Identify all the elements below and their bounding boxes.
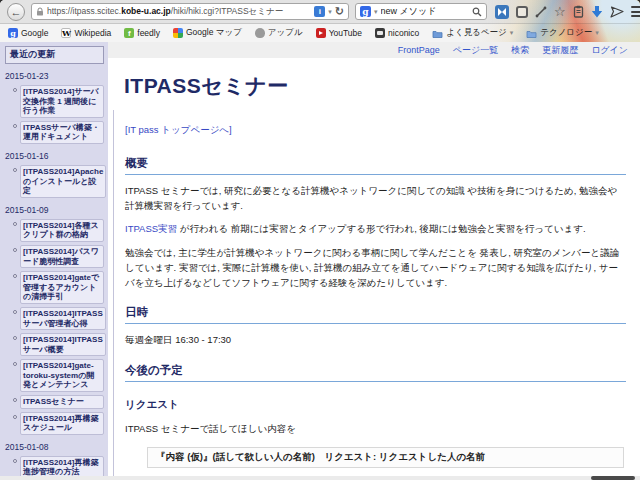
search-bar[interactable]: g ▾ new メソッド xyxy=(355,3,487,20)
site-nav: FrontPage ページ一覧 検索 更新履歴 ログイン xyxy=(108,42,640,58)
bookmark-folder-technology[interactable]: テクノロジー▾ xyxy=(526,27,599,39)
page-body: [IT pass トップページへ] 概要 ITPASS セミナーでは, 研究に必… xyxy=(113,110,626,480)
list-item[interactable]: ITPASSセミナー xyxy=(13,395,104,409)
overview-paragraph-2: ITPASS実習 が行われる 前期には実習とタイアップする形で行われ, 後期には… xyxy=(125,222,626,237)
sidebar-title: 最近の更新 xyxy=(5,46,104,64)
bookmark-folder-frequent[interactable]: よく見るページ▾ xyxy=(432,27,513,39)
bullet-icon xyxy=(13,362,17,366)
bullet-icon xyxy=(13,168,17,172)
search-engine-caret-icon[interactable]: ▾ xyxy=(374,8,378,16)
request-intro: ITPASS セミナーで話してほしい内容を xyxy=(125,422,626,437)
folder-icon xyxy=(432,29,443,38)
sidebar-date: 2015-01-08 xyxy=(5,442,104,452)
bookmark-niconico[interactable]: niconico xyxy=(375,28,419,38)
youtube-favicon xyxy=(316,28,326,38)
section-heading-overview: 概要 xyxy=(125,156,626,175)
browser-window: ← https://itpass.scitec.kobe-u.ac.jp/hik… xyxy=(0,0,640,480)
list-item[interactable]: [ITPASS2014]サーバ交換作業 1 週間後に行う作業 xyxy=(13,85,104,118)
reload-icon[interactable]: ↻ xyxy=(335,5,344,18)
bullet-icon xyxy=(13,310,17,314)
list-item[interactable]: [ITPASS2014]Apache のインストールと設定 xyxy=(13,165,104,198)
compose-icon[interactable] xyxy=(535,6,547,18)
sidebar-date: 2015-01-23 xyxy=(5,71,104,81)
top-page-link[interactable]: [IT pass トップページへ] xyxy=(125,124,232,137)
bookmark-star-icon[interactable]: ☆ xyxy=(554,5,566,18)
folder-caret-icon: ▾ xyxy=(510,29,514,37)
back-button[interactable]: ← xyxy=(7,3,25,21)
browser-chrome: ← https://itpass.scitec.kobe-u.ac.jp/hik… xyxy=(0,0,640,42)
list-item[interactable]: [ITPASS2014]各種スクリプト群の格納 xyxy=(13,219,104,242)
site-nav-history[interactable]: 更新履歴 xyxy=(542,44,578,57)
request-format-box: 『内容 (仮)』(話して欲しい人の名前) リクエスト: リクエストした人の名前 xyxy=(147,447,624,468)
folder-icon xyxy=(526,29,537,38)
main-column: FrontPage ページ一覧 検索 更新履歴 ログイン ITPASSセミナー … xyxy=(108,42,640,480)
apple-favicon xyxy=(255,28,265,38)
site-nav-login[interactable]: ログイン xyxy=(591,44,628,57)
bookmark-wikipedia[interactable]: WWikipedia xyxy=(61,28,111,38)
list-item[interactable]: [ITPASS2014]パスワード脆弱性調査 xyxy=(13,245,104,268)
bookmark-apple[interactable]: アップル xyxy=(255,27,303,39)
url-text: https://itpass.scitec.kobe-u.ac.jp/hiki/… xyxy=(47,6,311,18)
page-action-icon[interactable]: i xyxy=(314,6,325,17)
bookmarks-toolbar: gGoogle WWikipedia ffeedly Google マップ アッ… xyxy=(0,24,640,42)
page-title: ITPASSセミナー xyxy=(124,72,626,100)
url-bar[interactable]: https://itpass.scitec.kobe-u.ac.jp/hiki/… xyxy=(31,3,349,20)
section-heading-datetime: 日時 xyxy=(125,305,626,324)
search-engine-icon[interactable]: g xyxy=(360,6,371,17)
lock-icon xyxy=(36,7,44,16)
page-content: 最近の更新 2015-01-23 [ITPASS2014]サーバ交換作業 1 週… xyxy=(0,42,640,480)
bullet-icon xyxy=(13,274,17,278)
subsection-heading-request: リクエスト xyxy=(125,398,626,412)
menu-icon[interactable] xyxy=(631,6,640,17)
sidebar-date: 2015-01-16 xyxy=(5,151,104,161)
list-item[interactable]: [ITPASS2014]ITPASSサーバ概要 xyxy=(13,333,104,356)
url-dropdown-caret-icon[interactable]: ▾ xyxy=(328,8,332,16)
list-item[interactable]: ITPASSサーバ構築・運用ドキュメント xyxy=(13,121,104,144)
clipboard-icon[interactable] xyxy=(573,5,584,18)
bookmark-google[interactable]: gGoogle xyxy=(8,28,48,38)
list-item[interactable]: [ITPASS2014]ITPASSサーバ管理者心得 xyxy=(13,307,104,330)
downloads-icon[interactable] xyxy=(591,6,603,18)
bullet-icon xyxy=(13,88,17,92)
list-item[interactable]: [ITPASS2014]再構築スケジュール xyxy=(13,412,104,435)
folder-caret-icon: ▾ xyxy=(595,29,599,37)
recent-updates-sidebar: 最近の更新 2015-01-23 [ITPASS2014]サーバ交換作業 1 週… xyxy=(0,42,108,480)
site-nav-page-list[interactable]: ページ一覧 xyxy=(453,44,498,57)
horizontal-scrollbar-track[interactable] xyxy=(0,476,640,480)
datetime-text: 毎週金曜日 16:30 - 17:30 xyxy=(125,333,626,348)
bullet-icon xyxy=(13,248,17,252)
section-heading-schedule: 今後の予定 xyxy=(125,363,626,382)
bookmark-google-maps[interactable]: Google マップ xyxy=(173,27,242,39)
site-nav-frontpage[interactable]: FrontPage xyxy=(398,45,440,55)
google-favicon: g xyxy=(8,28,18,38)
search-query[interactable]: new メソッド xyxy=(381,5,469,18)
bullet-icon xyxy=(13,124,17,128)
send-tab-icon[interactable] xyxy=(610,6,624,18)
feedly-favicon: f xyxy=(124,28,134,38)
wiki-article: ITPASSセミナー [IT pass トップページへ] 概要 ITPASS セ… xyxy=(108,58,640,480)
bullet-icon xyxy=(13,415,17,419)
list-item[interactable]: [ITPASS2014]gate-toroku-systemの開発とメンテナンス xyxy=(13,359,104,392)
overview-paragraph-1: ITPASS セミナーでは, 研究に必要となる計算機やネットワークに関しての知識… xyxy=(125,184,626,213)
bullet-icon xyxy=(13,398,17,402)
bullet-icon xyxy=(13,336,17,340)
bullet-icon xyxy=(13,222,17,226)
site-nav-search[interactable]: 検索 xyxy=(511,44,529,57)
niconico-favicon xyxy=(375,28,385,38)
overview-paragraph-3: 勉強会では, 主に学生が計算機やネットワークに関わる事柄に関して学んだことを 発… xyxy=(125,246,626,290)
bookmark-feedly[interactable]: ffeedly xyxy=(124,28,160,38)
toolbar-icons: ☆ xyxy=(495,5,640,19)
bullet-icon xyxy=(13,459,17,463)
sidebar-date: 2015-01-09 xyxy=(5,205,104,215)
navigation-toolbar: ← https://itpass.scitec.kobe-u.ac.jp/hik… xyxy=(0,0,640,24)
list-item[interactable]: [ITPASS2014]gateで管理するアカウントの清掃手引 xyxy=(13,271,104,304)
search-icon[interactable] xyxy=(472,7,482,17)
screenshot-icon[interactable] xyxy=(516,6,528,18)
google-maps-favicon xyxy=(173,28,183,38)
wikipedia-favicon: W xyxy=(61,28,71,38)
horizontal-scrollbar-thumb[interactable] xyxy=(591,476,635,480)
itpass-jisshu-link[interactable]: ITPASS実習 xyxy=(125,223,177,234)
bookmark-youtube[interactable]: YouTube xyxy=(316,28,362,38)
extension-icon[interactable] xyxy=(495,5,509,19)
